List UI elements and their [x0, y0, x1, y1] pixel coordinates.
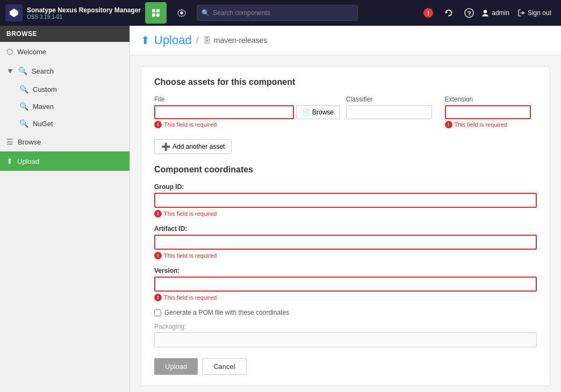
version-error-text: This field is required	[164, 294, 217, 301]
svg-marker-0	[10, 9, 18, 17]
breadcrumb-sep: /	[196, 35, 199, 46]
sidebar-item-search[interactable]: ▼ 🔍 Search	[0, 61, 130, 81]
maven-search-icon: 🔍	[19, 102, 28, 111]
sidebar: Browse ⬡ Welcome ▼ 🔍 Search 🔍 Custom 🔍 M…	[0, 26, 130, 392]
packaging-input[interactable]	[154, 332, 537, 347]
sidebar-item-label: Browse	[18, 138, 41, 146]
sidebar-item-maven[interactable]: 🔍 Maven	[13, 98, 130, 115]
sidebar-item-custom[interactable]: 🔍 Custom	[13, 81, 130, 98]
svg-rect-3	[152, 13, 155, 17]
extension-error-msg: ! This field is required	[445, 121, 537, 128]
plus-icon: ➕	[161, 142, 170, 151]
packaging-field: Packaging:	[154, 323, 537, 347]
assets-section-title: Choose assets for this component	[154, 77, 537, 87]
main-container: Browse ⬡ Welcome ▼ 🔍 Search 🔍 Custom 🔍 M…	[0, 26, 561, 392]
file-field-group: File 📄 Browse ! This field is required	[154, 96, 340, 128]
pom-checkbox-row: Generate a POM file with these coordinat…	[154, 309, 537, 316]
content-area: ⬆ Upload / 🗄 maven-releases Choose asset…	[130, 26, 561, 392]
refresh-icon[interactable]	[440, 4, 457, 21]
page-title: Upload	[154, 33, 192, 47]
extension-input[interactable]	[445, 105, 531, 119]
version-input[interactable]	[154, 277, 537, 292]
svg-point-10	[484, 10, 487, 13]
version-error-icon: !	[154, 294, 162, 301]
upload-button[interactable]: Upload	[154, 358, 198, 375]
asset-row: File 📄 Browse ! This field is required	[154, 96, 537, 128]
artifact-id-error-icon: !	[154, 252, 162, 259]
sidebar-item-browse[interactable]: ☰ Browse	[0, 132, 130, 151]
group-id-input[interactable]	[154, 193, 537, 208]
artifact-id-label: Artifact ID:	[154, 225, 537, 233]
page-header: ⬆ Upload / 🗄 maven-releases	[130, 26, 561, 55]
group-id-field: Group ID: ! This field is required	[154, 183, 537, 217]
sidebar-header: Browse	[0, 26, 130, 42]
svg-point-5	[180, 11, 183, 14]
artifact-id-error-text: This field is required	[164, 252, 217, 259]
extension-field-group: Extension ! This field is required	[445, 96, 537, 128]
home-nav-button[interactable]	[145, 2, 167, 24]
breadcrumb-label: maven-releases	[214, 36, 268, 45]
alert-icon[interactable]: !	[420, 4, 437, 21]
user-menu[interactable]: admin	[481, 9, 509, 17]
form-actions: Upload Cancel	[154, 358, 537, 375]
file-error-text: This field is required	[164, 121, 217, 128]
sidebar-item-label: Maven	[33, 103, 54, 111]
svg-text:!: !	[427, 9, 429, 17]
sidebar-item-label: Upload	[17, 157, 39, 165]
group-id-error-text: This field is required	[164, 210, 217, 217]
browse-icon: ☰	[6, 137, 13, 146]
upload-icon: ⬆	[6, 157, 13, 165]
settings-nav-button[interactable]	[171, 2, 192, 24]
form-container: Choose assets for this component File 📄 …	[141, 66, 550, 386]
brand-logo	[5, 4, 23, 21]
username-label: admin	[492, 9, 509, 17]
file-error-icon: !	[154, 121, 162, 128]
welcome-icon: ⬡	[6, 47, 13, 56]
extension-error-icon: !	[445, 121, 452, 128]
cancel-button[interactable]: Cancel	[202, 358, 246, 375]
signout-button[interactable]: Sign out	[513, 6, 556, 19]
nuget-search-icon: 🔍	[19, 119, 28, 128]
page-upload-icon: ⬆	[141, 34, 150, 47]
search-submenu: 🔍 Custom 🔍 Maven 🔍 NuGet	[0, 81, 130, 132]
sidebar-item-welcome[interactable]: ⬡ Welcome	[0, 42, 130, 61]
app-version: OSS 3.19.1-01	[27, 14, 141, 20]
sidebar-item-label: NuGet	[33, 120, 53, 128]
search-bar[interactable]: 🔍	[197, 5, 358, 21]
file-input[interactable]	[154, 105, 294, 119]
brand-text: Sonatype Nexus Repository Manager OSS 3.…	[27, 6, 141, 20]
folder-browse-icon: 📄	[302, 108, 310, 116]
version-label: Version:	[154, 267, 537, 274]
folder-icon: 🗄	[203, 36, 211, 45]
search-input[interactable]	[213, 9, 353, 17]
help-icon[interactable]: ?	[461, 4, 478, 21]
sidebar-item-nuget[interactable]: 🔍 NuGet	[13, 115, 130, 132]
search-icon: 🔍	[18, 67, 27, 75]
add-asset-button[interactable]: ➕ Add another asset	[154, 139, 232, 154]
file-error-msg: ! This field is required	[154, 121, 340, 128]
app-name: Sonatype Nexus Repository Manager	[27, 6, 141, 14]
artifact-id-field: Artifact ID: ! This field is required	[154, 225, 537, 259]
file-input-row: 📄 Browse	[154, 105, 340, 119]
extension-label: Extension	[445, 96, 537, 103]
expand-icon: ▼	[6, 67, 14, 75]
custom-search-icon: 🔍	[19, 85, 28, 93]
svg-rect-4	[156, 13, 160, 17]
group-id-error-icon: !	[154, 210, 162, 217]
pom-checkbox[interactable]	[154, 309, 161, 316]
coords-section-title: Component coordinates	[154, 165, 537, 175]
search-icon: 🔍	[202, 9, 210, 17]
version-field: Version: ! This field is required	[154, 267, 537, 301]
sidebar-item-upload[interactable]: ⬆ Upload	[0, 151, 130, 171]
packaging-label: Packaging:	[154, 323, 537, 330]
pom-checkbox-label[interactable]: Generate a POM file with these coordinat…	[164, 309, 289, 316]
file-label: File	[154, 96, 340, 103]
browse-button[interactable]: 📄 Browse	[296, 105, 340, 119]
svg-rect-2	[156, 9, 160, 12]
artifact-id-input[interactable]	[154, 235, 537, 250]
svg-text:?: ?	[468, 10, 471, 17]
signout-label: Sign out	[528, 9, 551, 17]
group-id-error-msg: ! This field is required	[154, 210, 537, 217]
artifact-id-error-msg: ! This field is required	[154, 252, 537, 259]
classifier-input[interactable]	[346, 105, 432, 119]
